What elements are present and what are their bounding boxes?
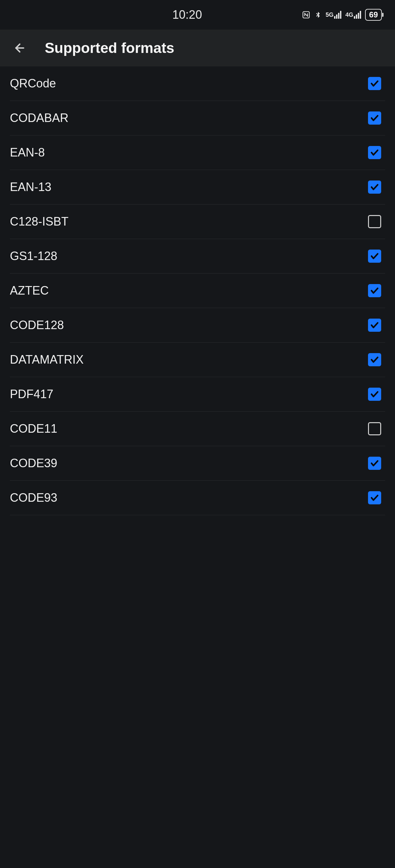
format-label: CODE93 xyxy=(10,491,57,505)
list-item[interactable]: QRCode xyxy=(10,66,385,101)
format-checkbox[interactable] xyxy=(368,284,381,297)
list-item[interactable]: AZTEC xyxy=(10,274,385,308)
list-item[interactable]: CODE39 xyxy=(10,446,385,481)
check-icon xyxy=(370,390,379,399)
format-checkbox[interactable] xyxy=(368,181,381,194)
format-label: GS1-128 xyxy=(10,249,57,263)
list-item[interactable]: PDF417 xyxy=(10,377,385,412)
list-item[interactable]: EAN-8 xyxy=(10,135,385,170)
format-checkbox[interactable] xyxy=(368,77,381,90)
format-label: EAN-8 xyxy=(10,146,45,159)
formats-list: QRCodeCODABAREAN-8EAN-13C128-ISBTGS1-128… xyxy=(0,66,395,515)
page-title: Supported formats xyxy=(45,40,174,56)
format-checkbox[interactable] xyxy=(368,250,381,263)
check-icon xyxy=(370,493,379,502)
status-time: 10:20 xyxy=(13,8,302,22)
bluetooth-icon xyxy=(314,10,321,20)
check-icon xyxy=(370,114,379,123)
back-button[interactable] xyxy=(12,40,28,56)
check-icon xyxy=(370,459,379,468)
status-bar: 10:20 5G 4G 69 xyxy=(0,0,395,30)
list-item[interactable]: EAN-13 xyxy=(10,170,385,205)
arrow-left-icon xyxy=(13,41,26,55)
nfc-icon xyxy=(302,10,310,19)
format-checkbox[interactable] xyxy=(368,353,381,366)
format-label: CODE39 xyxy=(10,456,57,470)
format-label: CODE128 xyxy=(10,318,64,332)
list-item[interactable]: CODABAR xyxy=(10,101,385,135)
check-icon xyxy=(370,148,379,157)
list-item[interactable]: CODE11 xyxy=(10,412,385,446)
format-checkbox[interactable] xyxy=(368,215,381,228)
battery-icon: 69 xyxy=(365,9,382,21)
format-label: CODABAR xyxy=(10,111,68,125)
list-item[interactable]: CODE128 xyxy=(10,308,385,343)
list-item[interactable]: C128-ISBT xyxy=(10,205,385,239)
format-label: PDF417 xyxy=(10,387,53,401)
format-checkbox[interactable] xyxy=(368,457,381,470)
format-checkbox[interactable] xyxy=(368,422,381,435)
format-label: QRCode xyxy=(10,76,56,90)
format-label: CODE11 xyxy=(10,422,57,436)
check-icon xyxy=(370,286,379,295)
check-icon xyxy=(370,251,379,261)
format-label: EAN-13 xyxy=(10,180,51,194)
format-label: DATAMATRIX xyxy=(10,353,84,367)
list-item[interactable]: DATAMATRIX xyxy=(10,343,385,377)
format-checkbox[interactable] xyxy=(368,112,381,125)
check-icon xyxy=(370,320,379,330)
status-icons: 5G 4G 69 xyxy=(302,9,382,21)
list-item[interactable]: CODE93 xyxy=(10,481,385,515)
format-label: AZTEC xyxy=(10,284,49,298)
signal-5g-icon: 5G xyxy=(326,11,341,19)
check-icon xyxy=(370,183,379,192)
format-checkbox[interactable] xyxy=(368,319,381,332)
check-icon xyxy=(370,355,379,364)
format-checkbox[interactable] xyxy=(368,146,381,159)
format-checkbox[interactable] xyxy=(368,388,381,401)
signal-4g-icon: 4G xyxy=(345,11,361,19)
app-bar: Supported formats xyxy=(0,30,395,66)
format-label: C128-ISBT xyxy=(10,215,68,228)
list-item[interactable]: GS1-128 xyxy=(10,239,385,274)
format-checkbox[interactable] xyxy=(368,491,381,504)
check-icon xyxy=(370,79,379,88)
